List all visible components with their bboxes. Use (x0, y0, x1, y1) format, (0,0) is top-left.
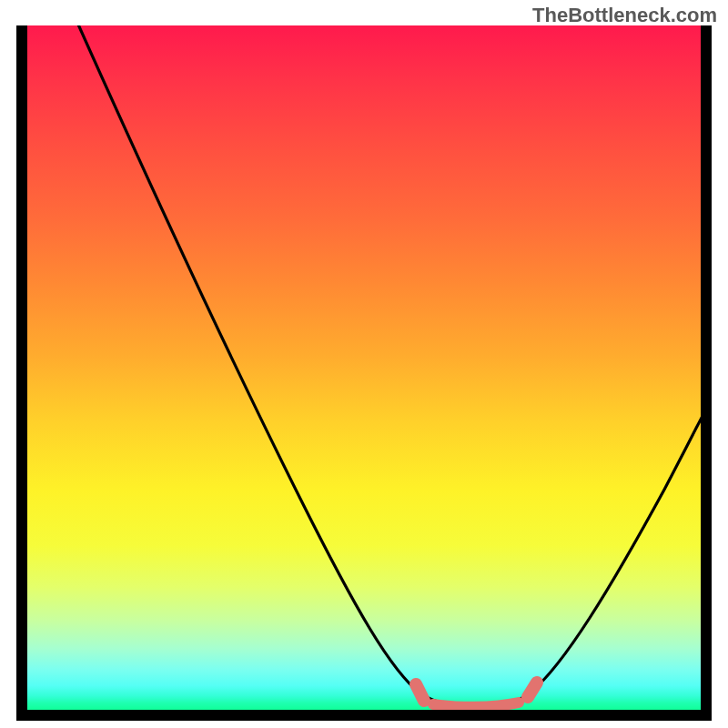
bottleneck-curve (75, 25, 701, 706)
plot-area (27, 25, 701, 710)
chart-frame (16, 25, 712, 721)
optimal-band-right-cap (528, 682, 537, 697)
optimal-band-left-cap (416, 684, 424, 701)
optimal-band-middle (433, 703, 519, 707)
curve-svg (27, 25, 701, 710)
watermark-text: TheBottleneck.com (532, 4, 717, 27)
chart-container: TheBottleneck.com (0, 0, 728, 728)
